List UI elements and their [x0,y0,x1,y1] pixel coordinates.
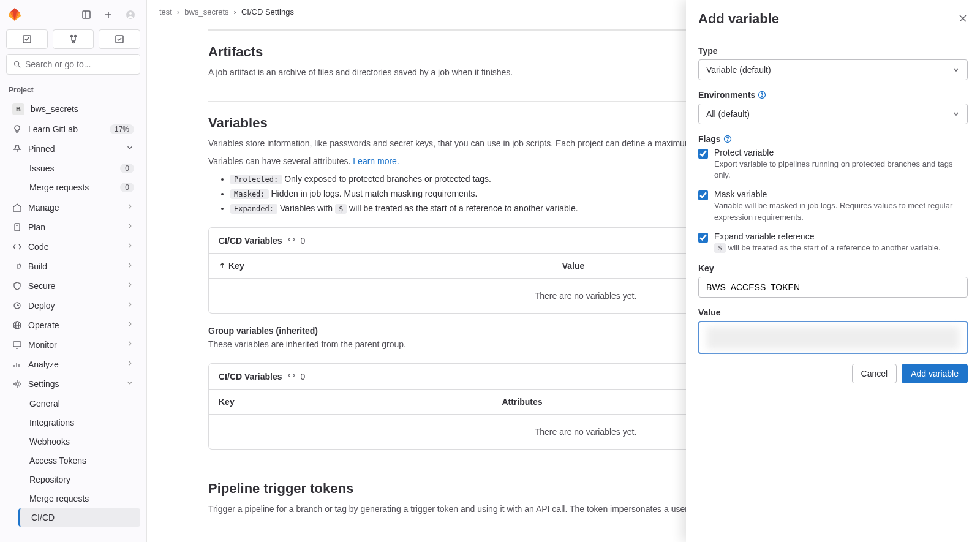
learn-progress-badge: 17% [110,124,134,134]
sidebar-main-nav: Manage Plan Code Build Secure Deploy Ope… [0,197,146,394]
search-input[interactable]: Search or go to... [6,54,140,75]
panel-title: Add variable [698,11,958,27]
sidebar-quick-btn-2[interactable] [53,29,94,49]
sidebar-item-secure[interactable]: Secure [6,276,140,295]
settings-merge-requests[interactable]: Merge requests [18,489,140,508]
svg-line-12 [18,66,21,68]
type-label: Type [698,46,968,56]
svg-point-11 [15,62,19,66]
svg-point-31 [762,97,763,97]
chevron-down-icon [126,143,134,154]
bulb-icon [12,124,22,134]
sidebar-pinned-mr[interactable]: Merge requests 0 [18,178,140,197]
project-name: bws_secrets [31,104,134,114]
svg-point-5 [129,12,132,15]
svg-rect-21 [13,342,21,347]
env-select[interactable]: All (default) [698,104,968,124]
sidebar-project-heading: Project [0,82,146,98]
chevron-right-icon [126,202,134,213]
panel-toggle-icon[interactable] [78,6,95,23]
expand-sub: $ will be treated as the start of a refe… [714,243,941,254]
col-key-2[interactable]: Key [219,397,235,407]
cancel-button[interactable]: Cancel [852,364,897,383]
crumb-root[interactable]: test [159,7,172,17]
chevron-down-icon [126,378,134,389]
card-count: 0 [301,236,306,246]
close-button[interactable] [958,13,968,25]
settings-cicd[interactable]: CI/CD [18,508,140,527]
sidebar-pinned-issues[interactable]: Issues 0 [18,159,140,178]
settings-general[interactable]: General [18,394,140,413]
sidebar-quick-btn-3[interactable] [99,29,140,49]
col-attr[interactable]: Attributes [502,397,542,407]
sidebar-item-analyze[interactable]: Analyze [6,355,140,374]
gear-icon [12,379,22,389]
settings-webhooks[interactable]: Webhooks [18,432,140,451]
home-icon [12,203,22,213]
project-avatar-icon: B [12,103,24,115]
sidebar-item-manage[interactable]: Manage [6,198,140,217]
value-textarea[interactable] [698,321,968,354]
mask-sub: Variable will be masked in job logs. Req… [714,200,968,222]
card-title: CI/CD Variables [219,236,282,246]
sidebar-settings-subnav: General Integrations Webhooks Access Tok… [0,394,146,527]
protect-sub: Export variable to pipelines running on … [714,159,968,181]
sidebar-learn-gitlab[interactable]: Learn GitLab 17% [6,120,140,138]
sidebar-pinned[interactable]: Pinned [6,139,140,158]
code-icon [12,242,22,252]
flags-label: Flags [698,134,968,144]
type-select[interactable]: Variable (default) [698,59,968,80]
svg-point-33 [727,141,728,141]
add-variable-button[interactable]: Add variable [902,364,968,383]
env-label: Environments [698,90,968,100]
col-value[interactable]: Value [562,261,585,271]
svg-rect-0 [83,11,90,18]
protect-checkbox[interactable] [698,149,708,159]
value-field-label: Value [698,307,968,317]
sidebar-quick-btn-1[interactable] [6,29,48,49]
settings-integrations[interactable]: Integrations [18,413,140,432]
mask-title: Mask variable [714,189,968,199]
settings-access-tokens[interactable]: Access Tokens [18,451,140,470]
code-icon [287,235,296,246]
clipboard-icon [12,222,22,232]
chart-icon [12,359,22,369]
svg-rect-15 [15,224,20,231]
add-variable-panel: Add variable Type Variable (default) Env… [686,0,980,542]
key-input[interactable] [698,277,968,298]
sidebar-item-code[interactable]: Code [6,237,140,256]
expand-checkbox[interactable] [698,233,708,243]
sidebar: Search or go to... Project B bws_secrets… [0,0,147,542]
sidebar-project-item[interactable]: B bws_secrets [6,99,140,119]
gitlab-logo-icon[interactable] [7,7,22,23]
code-icon [287,371,296,382]
crumb-current: CI/CD Settings [241,7,294,17]
settings-repository[interactable]: Repository [18,470,140,489]
key-field-label: Key [698,263,968,273]
sidebar-item-plan[interactable]: Plan [6,217,140,236]
learn-more-link[interactable]: Learn more. [353,156,399,166]
search-placeholder: Search or go to... [25,59,91,69]
col-key[interactable]: Key [228,261,244,271]
help-icon[interactable] [723,135,732,143]
mask-checkbox[interactable] [698,190,708,200]
issues-count-badge: 0 [120,164,134,173]
help-icon[interactable] [758,91,766,99]
sidebar-item-build[interactable]: Build [6,257,140,276]
sidebar-item-deploy[interactable]: Deploy [6,296,140,315]
sidebar-item-monitor[interactable]: Monitor [6,335,140,354]
expand-title: Expand variable reference [714,231,941,241]
deploy-icon [12,301,22,311]
avatar-icon[interactable] [122,6,139,23]
pin-icon [12,144,22,154]
monitor-icon [12,340,22,350]
sidebar-item-operate[interactable]: Operate [6,315,140,334]
mr-count-badge: 0 [120,183,134,192]
crumb-project[interactable]: bws_secrets [184,7,228,17]
plus-icon[interactable] [100,6,117,23]
rocket-icon [12,262,22,271]
sidebar-item-settings[interactable]: Settings [6,374,140,393]
shield-icon [12,281,22,291]
protect-title: Protect variable [714,148,968,157]
svg-point-26 [16,383,18,385]
